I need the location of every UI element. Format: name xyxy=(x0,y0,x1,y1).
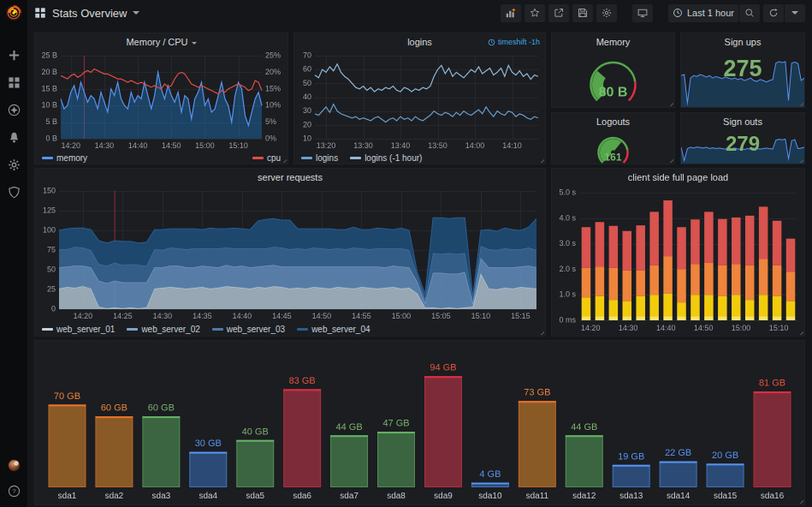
create-plus-icon[interactable] xyxy=(4,45,23,64)
panel-logouts-gauge: Logouts xyxy=(551,112,675,164)
dashboard-settings-button[interactable] xyxy=(596,4,617,22)
panel-title-menu[interactable]: Logouts xyxy=(552,113,674,130)
logouts-gauge[interactable] xyxy=(552,130,674,164)
legend-item[interactable]: web_server_03 xyxy=(212,325,285,334)
logins-legend: loginslogins (-1 hour) xyxy=(294,152,545,164)
legend-item[interactable]: memory xyxy=(42,153,87,163)
panel-title: Sign outs xyxy=(723,116,762,127)
panel-title-menu[interactable]: server requests xyxy=(35,169,545,186)
legend-label: logins xyxy=(316,153,338,163)
legend-label: cpu xyxy=(267,153,281,163)
help-icon[interactable]: ? xyxy=(4,481,23,500)
legend-label: memory xyxy=(56,153,87,163)
legend-color-dash xyxy=(350,157,361,159)
clock-icon xyxy=(488,39,495,46)
legend-item[interactable]: logins (-1 hour) xyxy=(350,153,422,163)
zoom-out-button[interactable] xyxy=(739,4,760,22)
legend-color-dash xyxy=(212,328,223,331)
time-controls: Last 1 hour xyxy=(668,4,760,22)
panel-title-menu[interactable]: Memory xyxy=(552,33,674,51)
legend-color-dash xyxy=(297,328,308,331)
legend-color-dash xyxy=(42,328,53,331)
panel-disk-sizes xyxy=(34,340,805,505)
legend-item[interactable]: web_server_02 xyxy=(127,325,199,334)
share-button[interactable] xyxy=(548,4,569,22)
svg-text:?: ? xyxy=(12,487,16,495)
panel-logins: logins timeshift -1h loginslogins (-1 ho… xyxy=(293,33,546,164)
disk-sizes-chart[interactable] xyxy=(35,341,804,504)
legend-item[interactable]: web_server_04 xyxy=(297,325,370,334)
legend-label: web_server_04 xyxy=(311,325,370,334)
legend-label: web_server_02 xyxy=(141,325,199,334)
sign-outs-sparkline[interactable] xyxy=(681,130,804,164)
refresh-interval-caret[interactable] xyxy=(785,4,805,22)
memory-cpu-legend: memorycpu xyxy=(35,152,287,164)
add-panel-button[interactable] xyxy=(501,4,521,22)
panel-page-load: client side full page load xyxy=(551,168,805,337)
refresh-controls xyxy=(763,4,805,22)
legend-color-dash xyxy=(252,157,264,159)
panel-title: Memory / CPU xyxy=(126,37,187,47)
save-button[interactable] xyxy=(572,4,593,22)
configuration-gear-icon[interactable] xyxy=(4,155,23,174)
time-range-label: Last 1 hour xyxy=(687,8,734,18)
panel-sign-ups: Sign ups 275 xyxy=(680,33,805,108)
chevron-down-icon xyxy=(133,11,139,15)
sidebar-menu xyxy=(4,45,23,201)
dashboard-grid-icon xyxy=(34,7,46,19)
legend-color-dash xyxy=(301,157,312,159)
server-requests-chart[interactable] xyxy=(35,186,545,323)
grafana-app: ? Stats Overview xyxy=(0,0,812,507)
panel-title: server requests xyxy=(258,172,323,182)
legend-label: logins (-1 hour) xyxy=(365,153,422,163)
panel-title-menu[interactable]: Sign outs xyxy=(681,113,804,130)
time-range-picker[interactable]: Last 1 hour xyxy=(668,4,738,22)
legend-item[interactable]: web_server_01 xyxy=(42,325,115,334)
top-navbar: Stats Overview xyxy=(27,0,812,26)
logins-chart[interactable] xyxy=(294,51,545,152)
panel-title: client side full page load xyxy=(628,172,728,182)
grafana-logo[interactable] xyxy=(5,4,22,21)
chevron-down-icon xyxy=(791,11,798,15)
dashboard-title-picker[interactable]: Stats Overview xyxy=(34,7,139,20)
user-avatar[interactable] xyxy=(4,456,23,474)
memory-gauge[interactable] xyxy=(552,51,674,107)
sidebar-footer: ? xyxy=(4,456,23,500)
dashboards-grid-icon[interactable] xyxy=(4,73,23,92)
refresh-button[interactable] xyxy=(763,4,784,22)
clock-icon xyxy=(673,8,683,18)
legend-item[interactable]: cpu xyxy=(252,153,281,163)
timeshift-badge[interactable]: timeshift -1h xyxy=(488,33,540,51)
panel-memory-cpu: Memory / CPU memorycpu xyxy=(34,33,288,164)
dashboard-title: Stats Overview xyxy=(52,7,127,20)
panel-title-menu[interactable]: logins timeshift -1h xyxy=(294,33,545,51)
star-button[interactable] xyxy=(525,4,545,22)
navbar-actions: Last 1 hour xyxy=(501,4,805,22)
dashboard-grid: Memory / CPU memorycpu logins timeshift … xyxy=(27,26,812,507)
cycle-view-monitor-button[interactable] xyxy=(632,4,653,22)
panel-title-menu[interactable]: Sign ups xyxy=(681,33,804,51)
legend-color-dash xyxy=(127,328,138,331)
page-load-chart[interactable] xyxy=(552,186,804,336)
panel-title-menu[interactable]: Memory / CPU xyxy=(35,33,287,51)
panel-sign-outs: Sign outs 279 xyxy=(680,112,805,164)
panel-title: Memory xyxy=(596,37,631,47)
legend-item[interactable]: logins xyxy=(301,153,338,163)
panel-title: Logouts xyxy=(596,116,630,127)
panel-title-menu[interactable]: client side full page load xyxy=(552,169,804,186)
memory-cpu-chart[interactable] xyxy=(35,51,287,152)
panel-title: logins xyxy=(407,37,432,47)
panel-title: Sign ups xyxy=(725,37,762,47)
server-requests-legend: web_server_01web_server_02web_server_03w… xyxy=(35,323,545,336)
left-sidebar: ? xyxy=(0,0,27,507)
legend-label: web_server_01 xyxy=(56,325,115,334)
explore-compass-icon[interactable] xyxy=(4,100,23,119)
panel-memory-gauge: Memory xyxy=(551,33,675,108)
sign-ups-sparkline[interactable] xyxy=(681,51,804,107)
chevron-down-icon xyxy=(192,42,197,45)
panel-server-requests: server requests web_server_01web_server_… xyxy=(34,168,546,337)
server-admin-shield-icon[interactable] xyxy=(4,182,23,201)
alerting-bell-icon[interactable] xyxy=(4,128,23,146)
legend-color-dash xyxy=(42,157,53,159)
legend-label: web_server_03 xyxy=(227,325,285,334)
